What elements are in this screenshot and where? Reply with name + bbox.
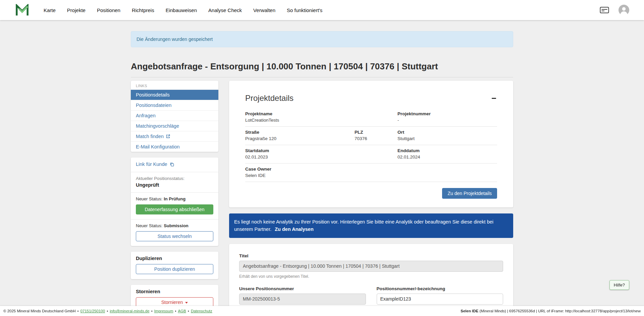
links-header: LINKS (131, 81, 218, 89)
title-field-help: Erhält den von uns vorgegebenen Titel. (239, 274, 503, 279)
separator-dot: • (77, 309, 79, 313)
sidebar-item-positionsdetails[interactable]: Positionsdetails (131, 89, 218, 100)
our-number-label: Unsere Positionsnummer (239, 286, 366, 291)
duplicate-heading: Duplizieren (136, 256, 213, 261)
copyright-text: © 2025 Mineral Minds Deutschland GmbH (3, 309, 76, 313)
imprint-link[interactable]: Impressum (154, 309, 173, 313)
position-form-card: Titel Erhält den von uns vorgegebenen Ti… (229, 244, 513, 316)
caret-down-icon (185, 302, 188, 304)
title-divider (131, 77, 513, 77)
project-row-name-number: Projektname LotCreationTests Projektnumm… (245, 108, 497, 127)
sidebar-item-anfragen[interactable]: Anfragen (131, 110, 218, 121)
project-details-title: Projektdetails (245, 93, 293, 103)
separator-dot: • (188, 309, 189, 313)
agb-link[interactable]: AGB (178, 309, 186, 313)
analytics-banner: Es liegt noch keine Analytik zu Ihrer Po… (229, 213, 513, 238)
field-value: 02.01.2024 (397, 154, 497, 160)
field-startdatum: Startdatum 02.01.2023 (245, 148, 397, 160)
field-value: Stuttgart (397, 136, 497, 141)
cancel-button-label: Stornieren (161, 300, 183, 305)
field-label: Ort (397, 130, 497, 135)
title-field-label: Titel (239, 253, 503, 258)
nav-item-analyse-check[interactable]: Analyse Check (208, 7, 242, 13)
position-number-input[interactable] (377, 294, 503, 305)
footer-session-info: (Mineral Minds) | 69576255536d | URL of … (478, 309, 641, 313)
sidebar-item-match-finden[interactable]: Match finden (131, 131, 218, 141)
new-status-line-1: Neuer Status: In Prüfung (136, 196, 213, 201)
title-field-group: Titel Erhält den von uns vorgegebenen Ti… (239, 253, 503, 279)
field-label: Startdatum (245, 148, 397, 153)
new-status-value: In Prüfung (164, 196, 185, 201)
customer-link-label: Link für Kunde (136, 162, 167, 167)
sidebar-item-matchingvorschlaege[interactable]: Matchingvorschläge (131, 121, 218, 131)
title-field-input (239, 261, 503, 272)
sidebar: LINKS Positionsdetails Positionsdateien … (131, 81, 218, 316)
field-plz: PLZ 70376 (355, 130, 397, 141)
complete-data-entry-button[interactable]: Datenerfassung abschließen (136, 204, 213, 214)
main-column: Projektdetails Projektname LotCreationTe… (229, 81, 513, 316)
new-status-value: Submission (164, 223, 189, 228)
phone-link[interactable]: 07151/250100 (80, 309, 105, 313)
project-details-header: Projektdetails (245, 93, 497, 103)
field-case-owner: Case Owner Selen IDE (245, 167, 497, 178)
content-container: Die Änderungen wurden gespeichert Angebo… (131, 31, 513, 316)
field-label: Projektname (245, 111, 397, 116)
our-number-input (239, 294, 366, 305)
save-success-alert: Die Änderungen wurden gespeichert (131, 31, 513, 47)
analytics-banner-text: Es liegt noch keine Analytik zu Ihrer Po… (234, 219, 493, 232)
field-projektname: Projektname LotCreationTests (245, 111, 397, 123)
footer: © 2025 Mineral Minds Deutschland GmbH • … (0, 306, 644, 316)
nav-item-positionen[interactable]: Positionen (97, 7, 120, 13)
sidebar-item-email-konfiguration[interactable]: E-Mail Konfiguration (131, 141, 218, 152)
field-value: Pragstraße 120 (245, 136, 355, 141)
logo-m-icon (15, 4, 29, 16)
field-strasse: Straße Pragstraße 120 (245, 130, 355, 141)
nav-item-verwalten[interactable]: Verwalten (253, 7, 275, 13)
field-value: Selen IDE (245, 173, 497, 178)
main-nav: Karte Projekte Positionen Richtpreis Ein… (44, 7, 322, 13)
copy-icon (170, 162, 174, 167)
nav-item-so-funktionierts[interactable]: So funktioniert's (287, 7, 322, 13)
footer-right: Selen IDE (Mineral Minds) | 69576255536d… (461, 309, 641, 313)
project-details-card: Projektdetails Projektname LotCreationTe… (229, 81, 513, 207)
privacy-link[interactable]: Datenschutz (191, 309, 212, 313)
new-status-prefix: Neuer Status: (136, 223, 163, 228)
position-number-label: Positionsnummer/-bezeichnung (377, 286, 503, 291)
separator-dot: • (175, 309, 176, 313)
field-value: - (397, 118, 497, 123)
current-status-label: Aktueller Positionsstatus: (136, 176, 213, 181)
next-status-section-1: Neuer Status: In Prüfung Datenerfassung … (131, 193, 218, 219)
server-icon[interactable] (600, 6, 609, 14)
email-link[interactable]: info@mineral-minds.de (110, 309, 149, 313)
switch-status-button[interactable]: Status wechseln (136, 231, 213, 241)
field-value: 02.01.2023 (245, 154, 397, 160)
footer-user-name: Selen IDE (461, 309, 478, 313)
sidebar-item-positionsdateien[interactable]: Positionsdateien (131, 100, 218, 110)
app-logo[interactable] (15, 4, 29, 16)
field-value: LotCreationTests (245, 118, 397, 123)
duplicate-position-button[interactable]: Position duplizieren (136, 264, 213, 274)
new-status-prefix: Neuer Status: (136, 196, 163, 201)
field-label: PLZ (355, 130, 397, 135)
nav-item-projekte[interactable]: Projekte (67, 7, 86, 13)
separator-dot: • (151, 309, 153, 313)
nav-item-einbauweisen[interactable]: Einbauweisen (166, 7, 197, 13)
field-enddatum: Enddatum 02.01.2024 (397, 148, 497, 160)
field-projektnummer: Projektnummer - (397, 111, 497, 123)
project-actions: Zu den Projektdetails (245, 182, 497, 199)
sidebar-links-card: LINKS Positionsdetails Positionsdateien … (131, 81, 218, 152)
go-to-analyses-link[interactable]: Zu den Analysen (275, 227, 313, 232)
field-label: Projektnummer (397, 111, 497, 116)
new-status-line-2: Neuer Status: Submission (136, 223, 213, 228)
nav-item-karte[interactable]: Karte (44, 7, 56, 13)
nav-item-richtpreis[interactable]: Richtpreis (132, 7, 154, 13)
help-button[interactable]: Hilfe? (609, 280, 629, 290)
go-to-project-details-button[interactable]: Zu den Projektdetails (442, 188, 497, 199)
status-card: Link für Kunde Aktueller Positionsstatus… (131, 157, 218, 246)
collapse-icon[interactable] (491, 96, 497, 101)
duplicate-card: Duplizieren Position duplizieren (131, 252, 218, 279)
project-row-case-owner: Case Owner Selen IDE (245, 164, 497, 182)
cancel-heading: Stornieren (136, 289, 213, 294)
user-avatar[interactable] (619, 5, 629, 15)
customer-link[interactable]: Link für Kunde (136, 162, 174, 167)
